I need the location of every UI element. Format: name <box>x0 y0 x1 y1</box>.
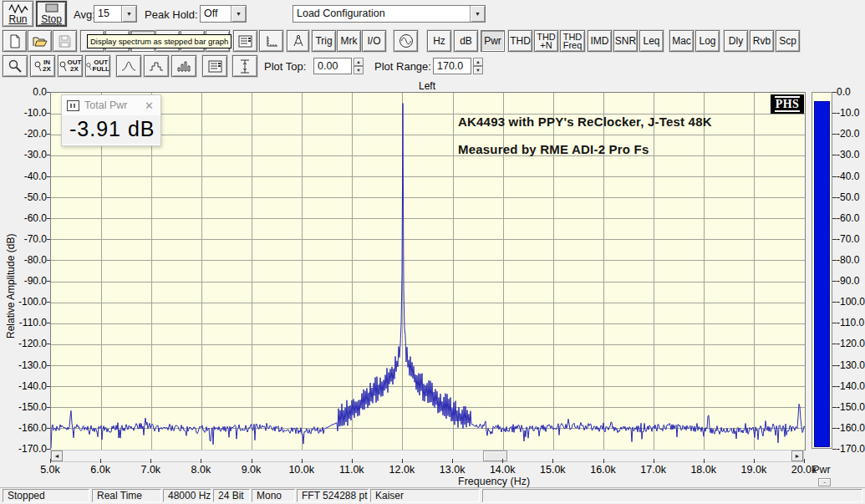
tooltip: Display spectrum as stepped bar graph <box>87 34 232 48</box>
y-tick-left <box>47 155 50 155</box>
save-button[interactable] <box>53 30 77 52</box>
x-tick-label: 20.0k <box>781 464 827 476</box>
zoom-in-2x-button[interactable]: IN2X <box>30 55 55 77</box>
leq-button[interactable]: Leq <box>639 30 664 52</box>
y-tick-right <box>832 365 837 366</box>
y-tick-label-left: -170.0 <box>0 443 47 455</box>
scroll-left-icon[interactable]: ◄ <box>51 451 63 461</box>
trigger-button[interactable]: Trig <box>312 30 336 52</box>
status-window-fn: Kaiser <box>370 489 480 502</box>
vertical-scale-button[interactable] <box>232 55 257 77</box>
y-tick-label-right: -60.0 <box>837 212 859 224</box>
scrollbar-thumb[interactable] <box>483 451 507 461</box>
new-file-button[interactable] <box>3 30 27 52</box>
avg-label: Avg: <box>74 8 95 21</box>
x-tick-label: 7.0k <box>127 464 174 476</box>
close-icon[interactable]: ✕ <box>143 99 155 112</box>
x-tick <box>704 459 705 463</box>
power-bar <box>814 101 830 447</box>
histogram-button[interactable] <box>171 55 196 77</box>
hz-button[interactable]: Hz <box>427 30 451 52</box>
chevron-down-icon[interactable]: ▼ <box>121 6 136 22</box>
list-window-icon <box>238 35 252 48</box>
zoom-out-full-label-2: FULL <box>93 65 109 73</box>
chevron-down-icon[interactable]: ▼ <box>470 6 485 22</box>
imd-button[interactable]: IMD <box>588 30 612 52</box>
marker-button[interactable]: Mrk <box>337 30 361 52</box>
y-tick-right <box>832 197 837 198</box>
trigger-label: Trig <box>315 36 332 46</box>
phs-logo-text: PHS <box>775 96 801 112</box>
thd-n-label-2: +N <box>540 40 552 50</box>
y-tick-label-right: -30.0 <box>837 149 859 160</box>
plot-range-spinner[interactable]: ▲▼ <box>473 58 483 74</box>
peak-curve-button[interactable] <box>116 55 141 77</box>
y-tick-label-left: -140.0 <box>0 380 47 392</box>
stop-button[interactable]: Stop <box>36 1 67 27</box>
spectrum-analyzer-window: Run Stop Avg: 15 ▼ Peak Hold: Off ▼ Load… <box>0 0 865 504</box>
horizontal-scrollbar[interactable]: ◄ ► <box>50 450 804 462</box>
x-tick-label: 16.0k <box>580 464 627 476</box>
delay-button[interactable]: Dly <box>724 30 748 52</box>
spinner-down-icon[interactable]: ▼ <box>354 66 364 74</box>
db-label: dB <box>460 36 472 46</box>
plot-top-input[interactable]: 0.00 <box>313 58 352 74</box>
peak-hold-select[interactable]: Off ▼ <box>200 5 247 23</box>
avg-select[interactable]: 15 ▼ <box>94 5 137 23</box>
x-tick <box>804 459 805 463</box>
plot-range-input[interactable]: 170.0 <box>433 58 471 74</box>
spectrum-plot[interactable] <box>50 92 806 451</box>
signal-generator-button[interactable] <box>394 30 418 52</box>
zoom-out-2x-button[interactable]: OUT2X <box>58 55 83 77</box>
thd-freq-label-2: Freq <box>563 40 583 50</box>
y-tick-right <box>832 218 837 219</box>
pwr-button[interactable]: Pwr <box>481 30 505 52</box>
spectrum-list-button[interactable] <box>233 30 257 52</box>
zoom-button[interactable] <box>3 55 28 77</box>
avg-value: 15 <box>94 6 121 22</box>
y-tick-left <box>47 323 50 323</box>
db-button[interactable]: dB <box>454 30 478 52</box>
thd-button[interactable]: THD <box>508 30 532 52</box>
reverb-button[interactable]: Rvb <box>750 30 774 52</box>
power-bar-minimize-button[interactable]: - <box>818 478 831 486</box>
spinner-up-icon[interactable]: ▲ <box>354 58 364 66</box>
macro-button[interactable]: Mac <box>669 30 694 52</box>
parameter-list-button[interactable] <box>202 55 227 77</box>
step-curve-icon <box>149 60 164 72</box>
thd-n-button[interactable]: THD+N <box>534 30 558 52</box>
y-tick-label-right: -50.0 <box>837 191 859 203</box>
scroll-right-icon[interactable]: ► <box>791 451 803 461</box>
load-configuration-select[interactable]: Load Configuration ▼ <box>293 5 486 23</box>
open-file-button[interactable] <box>28 30 52 52</box>
y-tick-right <box>832 344 837 344</box>
y-tick-label-left: 0.0 <box>0 86 47 98</box>
axes-setup-button[interactable] <box>259 30 283 52</box>
scope-button[interactable]: Scp <box>776 30 800 52</box>
peak-hold-label: Peak Hold: <box>145 8 198 21</box>
y-tick-left <box>47 365 50 366</box>
y-tick-left <box>47 218 50 219</box>
magnifier-icon <box>8 59 22 73</box>
vertical-scale-icon <box>239 59 251 74</box>
plot-top-spinner[interactable]: ▲▼ <box>354 58 364 74</box>
y-tick-right <box>832 155 837 155</box>
zoom-out-2x-label-2: 2X <box>70 65 79 73</box>
snr-button[interactable]: SNR <box>613 30 638 52</box>
leq-label: Leq <box>643 36 659 46</box>
y-tick-label-right: -10.0 <box>837 107 859 119</box>
status-bit-depth: 24 Bit <box>213 489 250 502</box>
log-button[interactable]: Log <box>695 30 720 52</box>
step-curve-button[interactable] <box>144 55 169 77</box>
y-tick-label-right: -130.0 <box>837 359 865 371</box>
total-power-panel[interactable]: Total Pwr ✕ -3.91 dB <box>61 94 161 146</box>
chevron-down-icon[interactable]: ▼ <box>231 6 246 22</box>
calibration-button[interactable] <box>287 30 309 52</box>
io-button[interactable]: I/O <box>362 30 386 52</box>
zoom-out-full-button[interactable]: OUTFULL <box>85 55 110 77</box>
spinner-down-icon[interactable]: ▼ <box>473 66 483 74</box>
spinner-up-icon[interactable]: ▲ <box>473 58 483 66</box>
thd-freq-button[interactable]: THDFreq <box>560 30 585 52</box>
run-button[interactable]: Run <box>3 1 33 27</box>
status-mode: Real Time <box>92 489 161 502</box>
